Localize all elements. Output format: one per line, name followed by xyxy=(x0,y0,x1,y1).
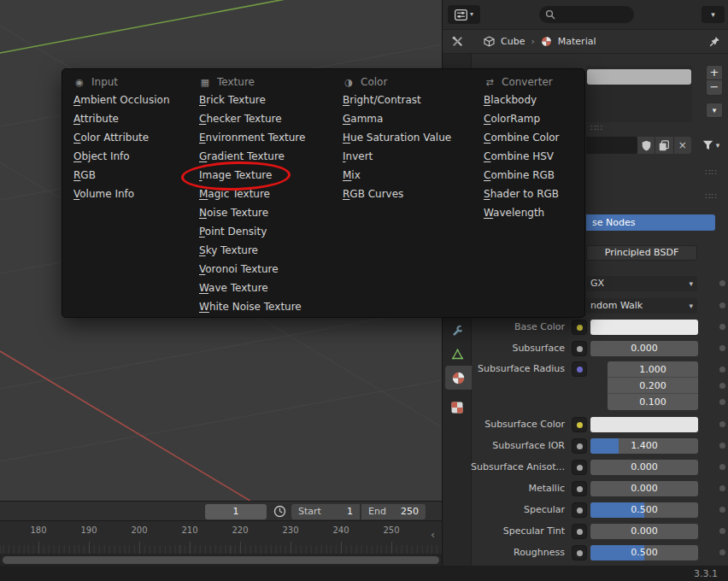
decorator-dot[interactable] xyxy=(719,528,725,534)
scrollbar-thumb[interactable] xyxy=(3,556,439,564)
radius-x-field[interactable]: 1.000 xyxy=(608,361,698,378)
menu-item-brick-texture[interactable]: Brick Texture xyxy=(199,91,338,109)
menu-item-point-density[interactable]: Point Density xyxy=(199,222,338,241)
remove-slot-button[interactable]: − xyxy=(706,80,723,96)
decorator-dot[interactable] xyxy=(719,421,725,427)
menu-item-white-noise-texture[interactable]: White Noise Texture xyxy=(199,297,338,316)
slot-specials-button[interactable]: ▾ xyxy=(706,103,723,118)
start-frame-field[interactable]: Start 1 xyxy=(291,504,360,519)
menu-item-noise-texture[interactable]: Noise Texture xyxy=(199,203,338,222)
pin-icon[interactable] xyxy=(709,36,720,47)
surface-shader-field[interactable]: Principled BSDF xyxy=(586,245,697,261)
menu-item-sky-texture[interactable]: Sky Texture xyxy=(199,241,338,260)
menu-item-color-attribute[interactable]: Color Attribute xyxy=(73,128,195,147)
metallic-slider[interactable]: 0.000 xyxy=(590,481,698,496)
editor-type-button[interactable]: ▾ xyxy=(448,5,480,24)
socket-button[interactable] xyxy=(572,502,587,518)
filter-button[interactable]: ▾ xyxy=(696,137,726,154)
socket-button[interactable] xyxy=(572,320,587,335)
socket-button[interactable] xyxy=(572,460,587,475)
decorator-dot[interactable] xyxy=(719,345,725,351)
socket-button[interactable] xyxy=(572,438,587,454)
socket-button[interactable] xyxy=(572,481,587,496)
material-name-field[interactable] xyxy=(586,137,637,154)
end-frame-field[interactable]: End 250 xyxy=(361,504,426,519)
decorator-dot[interactable] xyxy=(719,443,725,449)
menu-item-volume-info[interactable]: Volume Info xyxy=(73,185,195,203)
socket-button[interactable] xyxy=(572,524,587,539)
timeline-scrollbar[interactable] xyxy=(0,554,442,566)
menu-item-combine-hsv[interactable]: Combine HSV xyxy=(484,147,582,166)
duplicate-icon[interactable] xyxy=(655,137,672,154)
search-box[interactable] xyxy=(539,6,634,23)
panel-grip[interactable]: ∷∷ xyxy=(705,168,718,177)
menu-item-colorramp[interactable]: ColorRamp xyxy=(484,109,582,128)
breadcrumb-object[interactable]: Cube xyxy=(501,36,525,47)
decorator-dot[interactable] xyxy=(719,324,725,330)
radius-y-field[interactable]: 0.200 xyxy=(608,378,698,394)
material-slot-selected[interactable] xyxy=(587,69,691,85)
socket-button[interactable] xyxy=(572,361,587,377)
menu-item-rgb-curves[interactable]: RGB Curves xyxy=(343,185,479,203)
decorator-dot[interactable] xyxy=(719,399,725,405)
add-slot-button[interactable]: + xyxy=(706,65,723,80)
menu-item-object-info[interactable]: Object Info xyxy=(73,147,195,166)
menu-item-blackbody[interactable]: Blackbody xyxy=(484,91,582,109)
menu-column-converter: ⇄ Converter BlackbodyColorRampCombine Co… xyxy=(484,74,582,222)
menu-item-rgb[interactable]: RGB xyxy=(73,166,195,185)
use-nodes-button[interactable]: se Nodes xyxy=(586,214,715,231)
unlink-icon[interactable]: × xyxy=(673,137,691,154)
decorator-dot[interactable] xyxy=(719,383,725,389)
decorator-dot[interactable] xyxy=(719,507,725,513)
subsurface-slider[interactable]: 0.000 xyxy=(590,341,698,356)
socket-button[interactable] xyxy=(572,341,587,356)
list-resize-grip[interactable]: ∷∷ xyxy=(590,124,603,132)
subsurface-ior-slider[interactable]: 1.400 xyxy=(590,438,698,454)
search-input[interactable] xyxy=(560,9,628,21)
menu-item-bright-contrast[interactable]: Bright/Contrast xyxy=(343,91,479,109)
breadcrumb-material[interactable]: Material xyxy=(558,36,596,47)
menu-item-mix[interactable]: Mix xyxy=(343,166,479,185)
menu-item-ambient-occlusion[interactable]: Ambient Occlusion xyxy=(73,91,195,109)
radius-z-field[interactable]: 0.100 xyxy=(608,394,698,410)
tool-tab-icon[interactable] xyxy=(451,35,464,48)
menu-item-hue-saturation-value[interactable]: Hue Saturation Value xyxy=(343,128,479,147)
fake-user-shield-icon[interactable] xyxy=(637,137,655,154)
decorator-dot[interactable] xyxy=(719,485,725,491)
menu-header: ▦ Texture xyxy=(199,74,338,90)
version-label: 3.3.1 xyxy=(694,568,718,579)
menu-item-wave-texture[interactable]: Wave Texture xyxy=(199,279,338,297)
panel-grip[interactable]: ∷∷ xyxy=(705,192,718,201)
subsurface-anisotropy-slider[interactable]: 0.000 xyxy=(590,460,698,475)
roughness-slider[interactable]: 0.500 xyxy=(590,545,698,560)
menu-item-invert[interactable]: Invert xyxy=(343,147,479,166)
decorator-dot[interactable] xyxy=(719,549,725,555)
subsurface-color-swatch[interactable] xyxy=(590,417,698,432)
menu-item-shader-to-rgb[interactable]: Shader to RGB xyxy=(484,185,582,203)
menu-item-checker-texture[interactable]: Checker Texture xyxy=(199,109,338,128)
menu-item-environment-texture[interactable]: Environment Texture xyxy=(199,128,338,147)
decorator-dot[interactable] xyxy=(719,302,725,308)
base-color-swatch[interactable] xyxy=(590,320,698,335)
current-frame-field[interactable]: 1 xyxy=(205,504,267,519)
specular-tint-slider[interactable]: 0.000 xyxy=(590,524,698,539)
menu-item-attribute[interactable]: Attribute xyxy=(73,109,195,128)
decorator-dot[interactable] xyxy=(719,464,725,470)
header-dropdown-button[interactable]: ▾ xyxy=(702,6,725,23)
collapse-arrow-icon[interactable]: ‹ xyxy=(431,528,435,541)
timeline-ruler[interactable]: ‹ 180190200210220230240250 xyxy=(0,521,442,554)
menu-item-combine-color[interactable]: Combine Color xyxy=(484,128,582,147)
socket-button[interactable] xyxy=(572,545,587,560)
menu-item-voronoi-texture[interactable]: Voronoi Texture xyxy=(199,260,338,279)
socket-button[interactable] xyxy=(572,417,587,432)
property-row-subsurface-color: Subsurface Color xyxy=(443,417,728,432)
menu-item-wavelength[interactable]: Wavelength xyxy=(484,203,582,222)
decorator-dot[interactable] xyxy=(719,367,725,373)
specular-slider[interactable]: 0.500 xyxy=(590,502,698,518)
clock-icon[interactable] xyxy=(273,505,287,519)
decorator-dot[interactable] xyxy=(719,280,725,286)
distribution-dropdown[interactable]: GX ▾ xyxy=(586,276,697,291)
sss-method-dropdown[interactable]: ndom Walk ▾ xyxy=(586,298,697,314)
menu-item-combine-rgb[interactable]: Combine RGB xyxy=(484,166,582,185)
menu-item-gamma[interactable]: Gamma xyxy=(343,109,479,128)
